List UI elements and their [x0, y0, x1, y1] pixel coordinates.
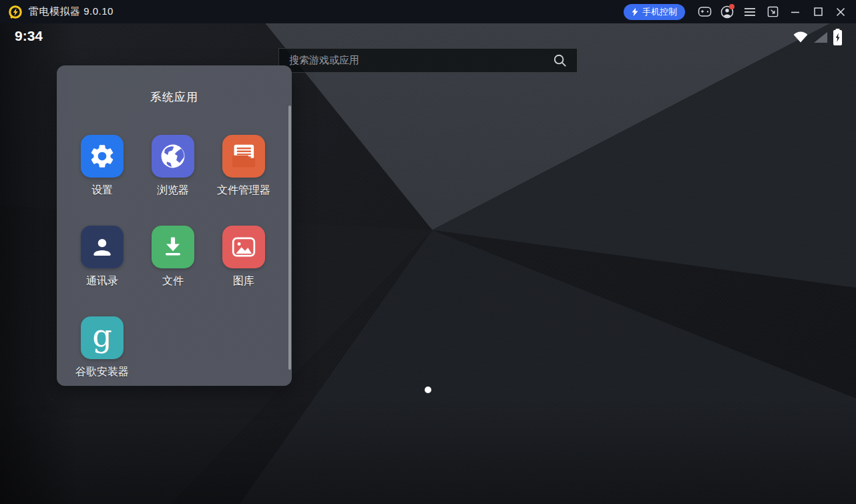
folder-scrollbar[interactable]: [288, 105, 291, 370]
settings-gear-icon: [81, 135, 124, 178]
phone-control-label: 手机控制: [642, 6, 677, 18]
download-icon: [152, 226, 194, 268]
status-icons: [793, 29, 842, 45]
menu-icon[interactable]: [738, 0, 761, 23]
g-glyph: g: [92, 320, 112, 351]
app-label: 文件: [138, 274, 208, 288]
battery-charging-icon: [833, 29, 842, 45]
app-tile-files[interactable]: 文件: [138, 226, 208, 288]
app-tile-contacts[interactable]: 通讯录: [67, 226, 138, 288]
system-apps-folder: 系统应用 设置 浏: [57, 65, 292, 386]
maximize-button[interactable]: [807, 0, 829, 23]
titlebar-controls: 手机控制: [624, 0, 856, 23]
folder-title: 系统应用: [57, 89, 292, 105]
google-g-icon: g: [81, 316, 124, 359]
ldplayer-logo-icon: [8, 5, 23, 19]
notification-badge: [729, 4, 734, 9]
app-label: 设置: [67, 184, 138, 198]
app-tile-browser[interactable]: 浏览器: [138, 135, 208, 198]
window-titlebar: 雷电模拟器 9.0.10 手机控制: [0, 0, 856, 23]
cellular-signal-icon: [814, 32, 827, 43]
search-magnifier-icon[interactable]: [553, 53, 567, 67]
minimize-button[interactable]: [784, 0, 807, 23]
popout-icon[interactable]: [761, 0, 784, 23]
folder-files-icon: [222, 135, 265, 178]
app-tile-gallery[interactable]: 图库: [208, 226, 279, 288]
status-clock: 9:34: [15, 28, 43, 44]
person-icon: [81, 226, 124, 268]
titlebar-left: 雷电模拟器 9.0.10: [0, 5, 114, 19]
window-title: 雷电模拟器 9.0.10: [29, 5, 114, 18]
page-indicator-dot: [425, 387, 431, 393]
account-icon[interactable]: [716, 0, 738, 23]
search-bar[interactable]: 搜索游戏或应用: [278, 48, 578, 73]
app-tile-file-manager[interactable]: 文件管理器: [208, 135, 279, 198]
android-screen: 9:34 搜索游戏或应用: [0, 23, 856, 504]
image-icon: [222, 226, 265, 268]
app-tile-settings[interactable]: 设置: [67, 135, 138, 198]
app-label: 图库: [208, 274, 279, 288]
app-label: 文件管理器: [208, 184, 279, 198]
search-placeholder: 搜索游戏或应用: [289, 54, 553, 67]
globe-icon: [152, 135, 194, 178]
app-label: 谷歌安装器: [67, 365, 138, 379]
app-label: 浏览器: [138, 184, 208, 198]
phone-control-button[interactable]: 手机控制: [624, 4, 685, 20]
ldplayer-window: 雷电模拟器 9.0.10 手机控制: [0, 0, 856, 504]
app-label: 通讯录: [67, 274, 138, 288]
close-button[interactable]: [829, 0, 852, 23]
wifi-icon: [793, 31, 808, 43]
lightning-icon: [632, 7, 638, 17]
gamepad-icon[interactable]: [693, 0, 716, 23]
app-tile-google-installer[interactable]: g 谷歌安装器: [67, 316, 138, 379]
